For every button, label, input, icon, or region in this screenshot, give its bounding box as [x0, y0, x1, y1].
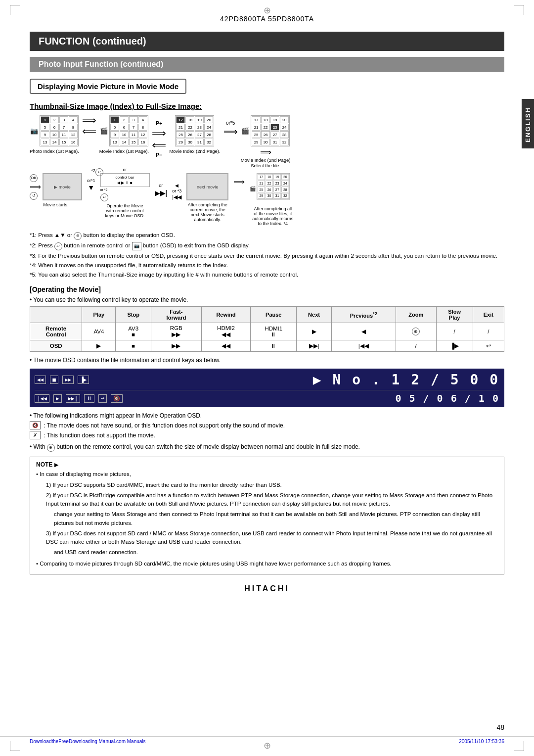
osd-btn-play2: ▶ — [53, 394, 62, 403]
osd-top-number: ▶ N o . 1 2 / 5 0 0 — [313, 372, 499, 388]
note-label: NOTE — [36, 461, 498, 468]
osd-fastforward: ▶▶ — [151, 340, 201, 352]
osd-btn-mute: 🔇 — [111, 394, 123, 403]
arrow-left-2: ⟹ — [152, 140, 166, 150]
osd-previous: |◀◀ — [331, 340, 396, 352]
remote-play: AV4 — [82, 323, 116, 340]
col-previous: Previous*2 — [331, 307, 396, 323]
col-slow-play: SlowPlay — [436, 307, 473, 323]
note-content: • In case of displaying movie pictures, … — [36, 470, 498, 568]
photo-index-label: Photo Index (1st Page). — [30, 148, 79, 154]
osd-stop: ■ — [116, 340, 151, 352]
movie-index-2nd-select-unit: 🎬 17181920 21222324 25262728 29303132 ⟸ … — [241, 115, 291, 168]
osd-btn-exit2: ↩ — [98, 394, 107, 403]
col-stop: Stop — [116, 307, 151, 323]
footer: DownloadtheFreeDownloading Manual.com Ma… — [0, 736, 534, 746]
movie-index-2nd-select-label: Movie Index (2nd Page)Select the file. — [241, 157, 291, 168]
indication-2-row: ✗ : This function does not support the m… — [30, 431, 504, 439]
remote-slow: / — [436, 323, 473, 340]
indication-1-row: 🔇 : The movie does not have sound, or th… — [30, 421, 504, 429]
movie-index-2nd-unit: 17181920 21222324 25262728 29303132 Movi… — [169, 115, 221, 154]
movie-starts-unit: OK ⟸ ↺ ▶ movie Movie starts. — [30, 173, 82, 207]
remote-zoom: ⊕ — [396, 323, 436, 340]
note-extra: • Comparing to movie pictures through SD… — [36, 560, 498, 568]
col-pause: Pause — [251, 307, 297, 323]
osd-btn-stop: ■ — [50, 376, 58, 384]
footnote-4: *4: When it moves on the unsupported fil… — [30, 261, 504, 269]
remote-rewind: HDMI2◀◀ — [201, 323, 251, 340]
operating-heading: [Operating the Movie] — [30, 285, 504, 293]
arrow-right-2: ⟹ — [152, 128, 166, 138]
indications-bullet: • The following indications might appear… — [30, 412, 504, 419]
language-tab: ENGLISH — [522, 99, 534, 148]
osd-slow: ▐▶ — [436, 340, 473, 352]
indication-1-text: : The movie does not have sound, or this… — [44, 422, 285, 429]
indication-2-text: : This function does not support the mov… — [44, 432, 155, 439]
osd-pause: ⏸ — [251, 340, 297, 352]
footnote-3: *3: For the Previous button on remote co… — [30, 252, 504, 260]
arrow-left-1: ⟹ — [82, 126, 96, 136]
arrow-right-1: ⟹ — [82, 115, 96, 125]
footer-left: DownloadtheFreeDownloading Manual.com Ma… — [30, 739, 146, 744]
remote-pause: HDMI1⏸ — [251, 323, 297, 340]
note-item-1: 1) If your DSC supports SD card/MMC, ins… — [36, 481, 498, 489]
osd-zoom: / — [396, 340, 436, 352]
osd-btn-rewind: ◀◀ — [35, 376, 46, 384]
photo-index-unit: 📷 1234 5678 9101112 13141516 Photo Index… — [30, 115, 79, 154]
osd-bottom-number: 0 5 / 0 6 / 1 0 — [395, 392, 499, 404]
osd-btn-next2: ▶▶| — [66, 394, 81, 403]
osd-rewind: ◀◀ — [201, 340, 251, 352]
arrow-right-3: ⟹ — [223, 127, 238, 137]
note-box: NOTE • In case of displaying movie pictu… — [30, 457, 504, 574]
note-item-2: 2) If your DSC is PictBridge-compatible … — [36, 491, 498, 509]
col-next: Next — [297, 307, 331, 323]
second-flow-area: OK ⟸ ↺ ▶ movie Movie starts. or*1 ▼ or *… — [30, 173, 504, 226]
osd-btn-prev: |◀◀ — [35, 394, 49, 403]
index-diagram-row: 📷 1234 5678 9101112 13141516 Photo Index… — [30, 115, 504, 168]
osd-play: ▶ — [82, 340, 116, 352]
osd-display-bullet: • The movie OSD contains the file inform… — [30, 357, 504, 364]
movie-index-1st-unit: 🎬 1234 5678 9101112 13141516 Movie Index… — [99, 115, 149, 154]
operate-unit: or *2 ↩ control bar ◀▶⏸■ or *2 ↩ Operate… — [100, 173, 150, 218]
col-header-blank — [30, 307, 82, 323]
after-current-unit: next movie After completing thecurrent m… — [186, 173, 228, 222]
osd-bottom-row: |◀◀ ▶ ▶▶| ⏸ ↩ 🔇 0 5 / 0 6 / 1 0 — [35, 390, 499, 404]
photo-input-banner: Photo Input Function (continued) — [30, 57, 504, 72]
remote-exit: / — [473, 323, 504, 340]
displaying-banner: Displaying Movie Picture in Movie Mode — [30, 79, 186, 94]
remote-fastforward: RGB▶▶ — [151, 323, 201, 340]
footnotes-section: *1: Press ▲▼ or ⊕ button to display the … — [30, 231, 504, 279]
col-fast-forward: Fast-forward — [151, 307, 201, 323]
osd-next: ▶▶| — [297, 340, 331, 352]
osd-top-row: ◀◀ ■ ▶▶ ▐▶ ▶ N o . 1 2 / 5 0 0 — [35, 372, 499, 390]
remote-control-label: RemoteControl — [30, 323, 82, 340]
note-item-3-extra: and USB card reader connection. — [36, 548, 498, 557]
movie-index-2nd-label: Movie Index (2nd Page). — [169, 148, 221, 154]
osd-btn-pause2: ⏸ — [84, 394, 94, 403]
table-row-remote: RemoteControl AV4 AV3■ RGB▶▶ HDMI2◀◀ HDM… — [30, 323, 504, 340]
control-table: Play Stop Fast-forward Rewind Pause Next… — [30, 306, 504, 352]
sound-indicator: 🔇 — [30, 421, 41, 429]
osd-label: OSD — [30, 340, 82, 352]
footnote-5: *5: You can also select the Thumbnail-Si… — [30, 271, 504, 279]
movie-index-1st-label: Movie Index (1st Page). — [99, 148, 149, 154]
table-row-osd: OSD ▶ ■ ▶▶ ◀◀ ⏸ ▶▶| |◀◀ / ▐▶ ↩ — [30, 340, 504, 352]
no-support-indicator: ✗ — [30, 431, 41, 439]
operating-bullet: • You can use the following control key … — [30, 296, 504, 303]
osd-exit: ↩ — [473, 340, 504, 352]
brand-name: HITACHI — [30, 584, 504, 593]
remote-stop: AV3■ — [116, 323, 151, 340]
col-zoom: Zoom — [396, 307, 436, 323]
osd-btn-slow: ▐▶ — [78, 376, 89, 384]
note-item-3: 3) If your DSC does not support SD card … — [36, 529, 498, 547]
footnote-1: *1: Press ▲▼ or ⊕ button to display the … — [30, 231, 504, 240]
col-play: Play — [82, 307, 116, 323]
note-item-2-extra: change your setting to Mass Storage and … — [36, 510, 498, 527]
select-arrow: ⟸ — [260, 148, 271, 156]
col-rewind: Rewind — [201, 307, 251, 323]
remote-previous: ◀ — [331, 323, 396, 340]
top-cross-mark: ⊕ — [264, 5, 271, 16]
remote-next: ▶ — [297, 323, 331, 340]
osd-display-bar: ◀◀ ■ ▶▶ ▐▶ ▶ N o . 1 2 / 5 0 0 |◀◀ ▶ ▶▶|… — [30, 369, 504, 407]
after-all-unit: 🎬 17181920 21222324 25262728 29303132 Af… — [250, 173, 296, 226]
